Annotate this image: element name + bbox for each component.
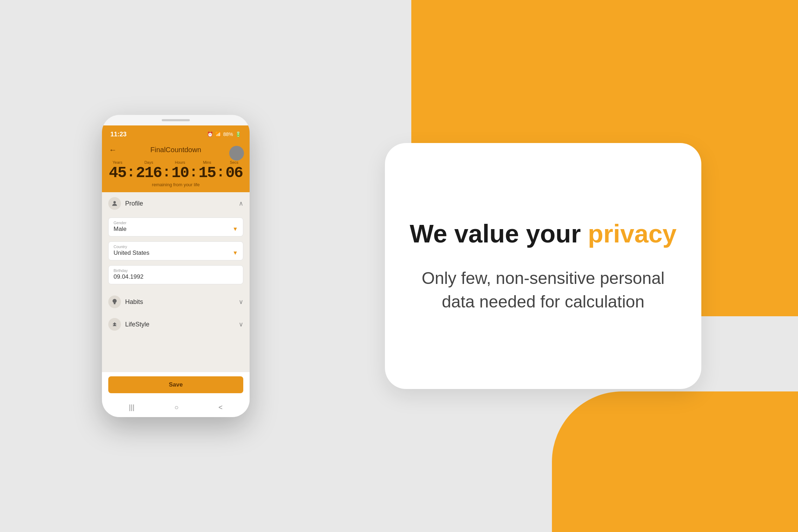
separator-4: : xyxy=(216,166,225,181)
profile-icon xyxy=(108,197,121,210)
phone-body: Profile ∧ Gender Male ▼ Country xyxy=(102,192,250,397)
gender-field[interactable]: Gender Male ▼ xyxy=(108,218,243,236)
status-bar: 11:23 ⏰ 📶 88% 🔋 xyxy=(102,125,250,143)
lifestyle-icon xyxy=(108,318,121,331)
profile-title: Profile xyxy=(125,200,143,207)
wifi-icon: 📶 xyxy=(215,131,221,137)
nav-home-icon[interactable]: ○ xyxy=(174,403,179,411)
avatar xyxy=(229,146,244,161)
habits-header-left: Habits xyxy=(108,296,143,308)
lifestyle-section-header[interactable]: LifeStyle ∨ xyxy=(102,313,250,336)
privacy-highlight: privacy xyxy=(588,220,676,248)
separator-2: : xyxy=(162,166,171,181)
habits-section-header[interactable]: Habits ∨ xyxy=(102,291,250,313)
status-time: 11:23 xyxy=(110,131,127,138)
birthday-label: Birthday xyxy=(114,268,238,273)
country-value-row: United States ▼ xyxy=(114,249,238,257)
status-icons: ⏰ 📶 88% 🔋 xyxy=(207,131,241,137)
phone-top-bar xyxy=(102,115,250,125)
habits-chevron[interactable]: ∨ xyxy=(239,298,243,306)
mins-unit: Mins 15 xyxy=(199,160,216,181)
back-button[interactable]: ← xyxy=(109,145,117,155)
country-value: United States xyxy=(114,249,149,257)
lifestyle-chevron[interactable]: ∨ xyxy=(239,320,243,328)
form-fields: Gender Male ▼ Country United States ▼ xyxy=(102,215,250,287)
app-header: ← FinalCountdown xyxy=(102,143,250,157)
days-value: 216 xyxy=(136,165,162,181)
battery-percent: 88% xyxy=(223,131,233,137)
privacy-title-part1: We value your xyxy=(410,220,588,248)
profile-chevron[interactable]: ∧ xyxy=(239,200,243,207)
gender-dropdown-arrow[interactable]: ▼ xyxy=(232,226,238,232)
birthday-value-row: 09.04.1992 xyxy=(114,273,238,280)
days-unit: Days 216 xyxy=(136,160,162,181)
phone-speaker xyxy=(162,119,190,121)
svg-point-0 xyxy=(114,201,116,203)
separator-3: : xyxy=(189,166,198,181)
country-dropdown-arrow[interactable]: ▼ xyxy=(232,250,238,256)
save-button[interactable]: Save xyxy=(108,376,243,393)
gender-label: Gender xyxy=(114,221,238,225)
privacy-card: We value your privacy Only few, non-sens… xyxy=(385,143,701,389)
profile-header-left: Profile xyxy=(108,197,143,210)
hours-unit: Hours 10 xyxy=(172,160,189,181)
countdown-section: Years 45 : Days 216 : Hours 10 : Mins 15 xyxy=(102,157,250,192)
mins-value: 15 xyxy=(199,165,216,181)
birthday-field[interactable]: Birthday 09.04.1992 xyxy=(108,265,243,284)
privacy-title: We value your privacy xyxy=(410,219,676,249)
spacer xyxy=(102,336,250,372)
hours-value: 10 xyxy=(172,165,189,181)
countdown-subtitle: remaining from your life xyxy=(152,182,200,187)
save-section: Save xyxy=(102,372,250,397)
nav-menu-icon[interactable]: ||| xyxy=(129,403,135,411)
lifestyle-title: LifeStyle xyxy=(125,321,149,328)
profile-section-header[interactable]: Profile ∧ xyxy=(102,192,250,215)
separator-1: : xyxy=(127,166,135,181)
country-label: Country xyxy=(114,245,238,249)
habits-icon xyxy=(108,296,121,308)
app-title: FinalCountdown xyxy=(150,146,201,154)
content-section: We value your privacy Only few, non-sens… xyxy=(316,0,798,532)
secs-value: 06 xyxy=(225,165,243,181)
svg-rect-1 xyxy=(114,304,116,304)
gender-value-row: Male ▼ xyxy=(114,226,238,233)
phone-mockup: 11:23 ⏰ 📶 88% 🔋 ← FinalCountdown Years 4… xyxy=(102,115,250,417)
phone-section: 11:23 ⏰ 📶 88% 🔋 ← FinalCountdown Years 4… xyxy=(0,0,316,532)
nav-back-icon[interactable]: < xyxy=(219,403,223,411)
habits-title: Habits xyxy=(125,298,143,306)
battery-icon: 🔋 xyxy=(235,131,241,137)
country-field[interactable]: Country United States ▼ xyxy=(108,241,243,260)
lifestyle-header-left: LifeStyle xyxy=(108,318,149,331)
alarm-icon: ⏰ xyxy=(207,131,213,137)
birthday-value: 09.04.1992 xyxy=(114,273,143,280)
years-unit: Years 45 xyxy=(109,160,126,181)
secs-unit: Secs 06 xyxy=(225,160,243,181)
bottom-nav: ||| ○ < xyxy=(102,397,250,417)
gender-value: Male xyxy=(114,226,127,233)
years-value: 45 xyxy=(109,165,126,181)
privacy-subtitle: Only few, non-sensitive personal data ne… xyxy=(406,266,680,313)
countdown-display: Years 45 : Days 216 : Hours 10 : Mins 15 xyxy=(109,160,243,181)
